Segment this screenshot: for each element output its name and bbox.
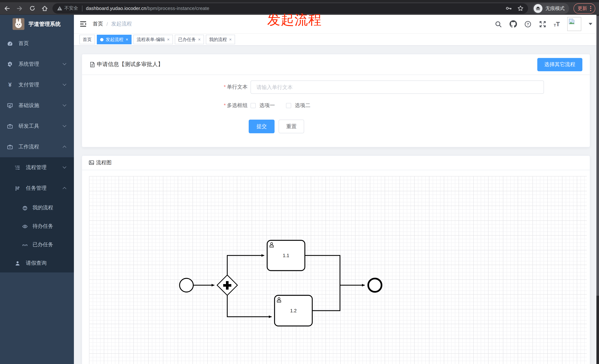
browser-update-button[interactable]: 更新 [573, 3, 595, 13]
close-icon[interactable]: × [229, 37, 232, 42]
sidebar-item-infra[interactable]: 基础设施 [0, 95, 74, 116]
fullscreen-icon[interactable] [539, 20, 546, 28]
close-icon[interactable]: × [198, 37, 201, 42]
browser-menu-icon[interactable] [590, 6, 591, 11]
avatar-caret-icon[interactable] [589, 23, 592, 25]
sidebar-item-label: 基础设施 [18, 102, 39, 109]
task-label: 1.1 [283, 253, 289, 258]
required-mark: * [224, 102, 226, 108]
bookmark-star-icon[interactable] [517, 5, 524, 12]
checkbox-icon[interactable] [286, 103, 291, 108]
chevron-down-icon [63, 124, 66, 127]
eye-closed-icon [22, 242, 28, 247]
active-dot [100, 38, 104, 41]
close-icon[interactable]: × [167, 37, 170, 42]
security-label[interactable]: 不安全 [64, 5, 78, 11]
forward-icon[interactable] [16, 5, 23, 12]
chevron-down-icon [63, 103, 66, 107]
briefcase-icon [7, 123, 13, 129]
form-row-checkbox: *多选框组 选项一 选项二 [82, 102, 590, 109]
checkbox-option-2[interactable]: 选项二 [286, 102, 310, 109]
parallel-gateway[interactable] [217, 275, 238, 295]
sidebar-item-todo-tasks[interactable]: 待办任务 [0, 217, 74, 236]
single-line-text-input[interactable] [251, 80, 544, 94]
tags-view-bar: 首页 发起流程× 流程表单-编辑× 已办任务× 我的流程× [74, 33, 599, 46]
dashboard-icon [7, 41, 13, 47]
bpmn-canvas[interactable]: 1.1 1.2 [89, 176, 587, 364]
submit-button[interactable]: 提交 [249, 120, 274, 133]
search-icon[interactable] [495, 20, 502, 28]
avatar[interactable] [567, 17, 581, 31]
url-domain: dashboard.yudao.iocoder.cn [86, 6, 146, 11]
sidebar-item-label: 流程管理 [26, 164, 47, 171]
sidebar-item-my-process[interactable]: 我的流程 [0, 199, 74, 217]
tag-form-edit[interactable]: 流程表单-编辑× [133, 35, 173, 44]
url-text[interactable]: dashboard.yudao.iocoder.cn/bpm/process-i… [86, 6, 505, 11]
choose-other-process-button[interactable]: 选择其它流程 [537, 58, 582, 71]
required-mark: * [224, 84, 226, 90]
omnibox-divider [82, 5, 82, 11]
user-icon [15, 261, 20, 266]
sidebar-item-system[interactable]: 系统管理 [0, 54, 74, 75]
sidebar-item-workflow[interactable]: 工作流程 [0, 137, 74, 157]
sidebar-item-label: 任务管理 [26, 185, 47, 192]
sidebar-item-leave-query[interactable]: 请假查询 [0, 254, 74, 272]
chevron-up-icon [63, 187, 66, 191]
sidebar-item-home[interactable]: 首页 [0, 33, 74, 54]
apply-info-header: 申请信息【测试多审批人】 选择其它流程 [82, 54, 590, 75]
close-icon[interactable]: × [126, 37, 128, 42]
app-logo-row[interactable]: 芋道管理系统 [0, 15, 74, 33]
github-icon[interactable] [509, 20, 517, 28]
user-task-1-2[interactable]: 1.2 [274, 295, 312, 326]
checkbox-icon[interactable] [251, 103, 256, 108]
start-event[interactable] [180, 278, 193, 292]
user-task-1-1[interactable]: 1.1 [267, 240, 305, 271]
font-size-icon[interactable]: TT [554, 21, 560, 27]
sidebar-item-payment[interactable]: ¥ 支付管理 [0, 75, 74, 95]
help-icon[interactable]: ? [524, 20, 532, 28]
password-key-icon[interactable] [505, 5, 512, 12]
sidebar-item-task-mgmt[interactable]: 任务管理 [0, 178, 74, 199]
task-label: 1.2 [290, 308, 297, 313]
gear-icon [7, 61, 13, 67]
broken-image-icon [568, 18, 575, 25]
form-actions: 提交 重置 [82, 120, 590, 133]
tag-done-tasks[interactable]: 已办任务× [175, 35, 204, 44]
tree-icon [15, 186, 20, 191]
tag-my-process[interactable]: 我的流程× [206, 35, 235, 44]
page-scrollbar[interactable] [596, 15, 599, 364]
update-label: 更新 [578, 5, 587, 12]
field-label: *单行文本 [82, 84, 247, 90]
sidebar-item-done-tasks[interactable]: 已办任务 [0, 236, 74, 254]
sidebar-item-devtools[interactable]: 研发工具 [0, 116, 74, 137]
not-secure-warning-icon[interactable] [57, 6, 62, 11]
app-logo [13, 18, 24, 30]
main-area: 首页 / 发起流程 ? TT [74, 15, 599, 364]
home-icon[interactable] [41, 5, 48, 12]
sidebar-menu: 首页 系统管理 ¥ 支付管理 基础设施 [0, 33, 74, 272]
reset-button[interactable]: 重置 [279, 120, 304, 133]
breadcrumb-home[interactable]: 首页 [93, 21, 103, 27]
sidebar-item-process-mgmt[interactable]: 流程管理 [0, 157, 74, 178]
workflow-submenu: 流程管理 任务管理 我的流程 [0, 157, 74, 272]
svg-text:?: ? [527, 22, 529, 26]
face-icon [22, 205, 28, 211]
document-icon [89, 61, 95, 67]
tag-start-process[interactable]: 发起流程× [97, 35, 132, 44]
chevron-up-icon [63, 146, 66, 149]
checkbox-option-1[interactable]: 选项一 [251, 102, 275, 109]
card-title: 申请信息【测试多审批人】 [97, 61, 163, 68]
tag-home[interactable]: 首页 [79, 35, 95, 44]
field-label: *多选框组 [82, 102, 247, 109]
reload-icon[interactable] [29, 5, 35, 12]
sidebar-collapse-icon[interactable] [79, 20, 87, 28]
back-icon[interactable] [4, 5, 10, 12]
browser-window: 不安全 dashboard.yudao.iocoder.cn/bpm/proce… [0, 0, 599, 364]
end-event[interactable] [368, 279, 381, 292]
yen-icon: ¥ [7, 82, 13, 88]
flow-gateway-to-task2 [227, 295, 272, 317]
scrollbar-thumb[interactable] [596, 16, 599, 296]
process-diagram-card: 流程图 [82, 155, 590, 364]
card-title: 流程图 [96, 160, 112, 166]
chevron-down-icon [63, 165, 66, 169]
